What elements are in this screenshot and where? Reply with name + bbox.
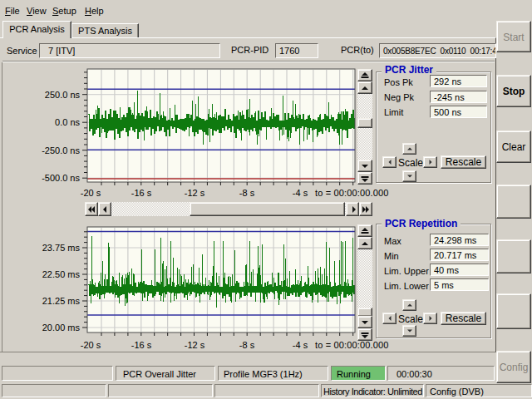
svg-text:0.0 ns: 0.0 ns — [55, 117, 80, 127]
svg-text:-4 s: -4 s — [293, 340, 308, 350]
svg-text:-12 s: -12 s — [185, 188, 205, 198]
svg-text:23.75 ms: 23.75 ms — [42, 243, 81, 253]
svg-text:-20 s: -20 s — [81, 340, 101, 350]
svg-text:20.00 ms: 20.00 ms — [42, 323, 81, 332]
svg-text:-20 s: -20 s — [81, 188, 101, 198]
svg-text:-8 s: -8 s — [239, 188, 255, 198]
svg-text:-12 s: -12 s — [185, 340, 205, 350]
svg-text:to = 00:00:00.000: to = 00:00:00.000 — [315, 188, 389, 198]
svg-text:-16 s: -16 s — [131, 188, 152, 198]
svg-text:-16 s: -16 s — [131, 340, 152, 350]
svg-text:-250.0 ns: -250.0 ns — [42, 145, 80, 155]
svg-text:-500.0 ns: -500.0 ns — [42, 173, 80, 183]
svg-text:21.25 ms: 21.25 ms — [42, 296, 81, 306]
svg-text:-4 s: -4 s — [293, 188, 308, 198]
svg-text:22.50 ms: 22.50 ms — [42, 269, 81, 279]
svg-text:-8 s: -8 s — [239, 340, 255, 350]
svg-text:to = 00:00:00.000: to = 00:00:00.000 — [315, 340, 389, 350]
svg-text:250.0 ns: 250.0 ns — [45, 90, 81, 100]
